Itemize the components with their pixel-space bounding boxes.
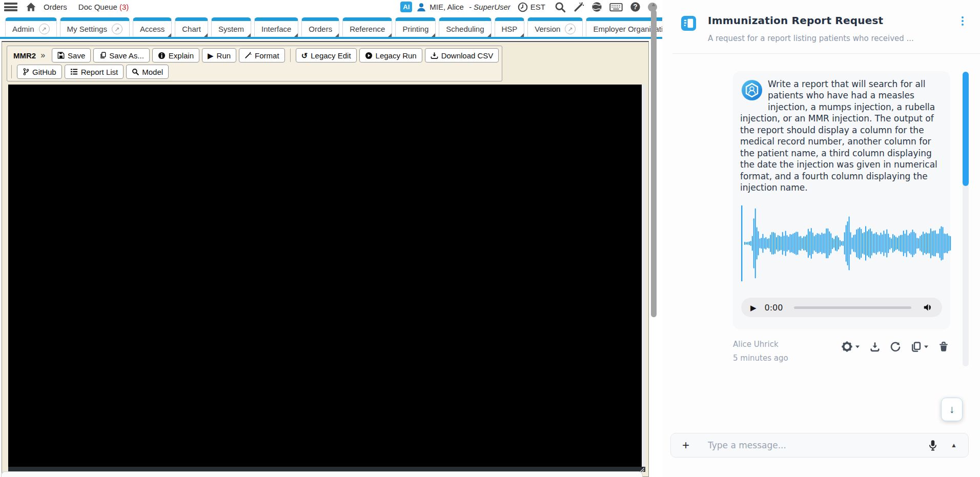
save-as-button[interactable]: Save As... <box>93 48 150 63</box>
tab-label: Scheduling <box>446 25 484 33</box>
legacy-run-button[interactable]: Legacy Run <box>359 48 422 63</box>
legacy-edit-button[interactable]: ↺ Legacy Edit <box>296 48 357 63</box>
message-input[interactable] <box>708 440 928 450</box>
clock-icon[interactable] <box>518 2 528 12</box>
tab-hsp[interactable]: HSP <box>495 17 525 37</box>
sql-editor-canvas[interactable] <box>8 85 645 472</box>
orders-link[interactable]: Orders <box>44 3 67 11</box>
report-name: MMR2 <box>10 51 38 60</box>
work-area: MMR2 » Save Save As... Explain <box>0 41 662 477</box>
tab-label: Admin <box>12 25 34 33</box>
help-icon[interactable]: ? <box>630 2 641 12</box>
resize-handle[interactable] <box>639 465 645 471</box>
download-audio-button[interactable] <box>868 340 882 354</box>
report-toolbar: MMR2 » Save Save As... Explain <box>7 46 502 81</box>
tab-label: Printing <box>402 25 428 33</box>
audio-waveform[interactable] <box>741 205 942 283</box>
download-icon <box>431 52 438 59</box>
tab-access[interactable]: Access <box>133 17 172 37</box>
horizontal-scrollbar[interactable] <box>1 471 643 477</box>
doc-queue-link[interactable]: Doc Queue (3) <box>78 3 129 11</box>
page-scrollbar[interactable]: ▲ <box>649 1 658 339</box>
hamburger-menu-icon[interactable] <box>4 3 17 11</box>
tab-label: Interface <box>261 25 291 33</box>
panel-header: Immunization Report Request A request fo… <box>662 0 980 43</box>
seek-slider[interactable] <box>794 306 911 309</box>
format-button[interactable]: Format <box>239 48 285 63</box>
ai-badge[interactable]: AI <box>400 2 412 12</box>
journal-panel-icon[interactable] <box>681 15 697 33</box>
user-role: - SuperUser <box>469 3 511 11</box>
tab-label: Access <box>140 25 165 33</box>
message-actions <box>840 338 950 354</box>
dropdown-corner-icon <box>520 33 524 37</box>
external-link-icon[interactable]: ↗ <box>565 24 576 34</box>
git-branch-icon <box>23 68 29 75</box>
copy-button[interactable] <box>909 340 930 354</box>
add-attachment-button[interactable]: + <box>682 439 689 451</box>
microphone-icon <box>928 440 937 451</box>
delete-button[interactable] <box>937 340 950 354</box>
chat-scrollbar-thumb[interactable] <box>963 72 969 186</box>
tab-chart[interactable]: Chart <box>175 17 208 37</box>
editor-scrollbar-track[interactable] <box>642 85 645 467</box>
refresh-icon <box>890 341 901 352</box>
explain-button[interactable]: Explain <box>152 48 199 63</box>
globe-icon[interactable] <box>591 2 602 12</box>
chat-avatar <box>741 79 763 103</box>
run-button[interactable]: ▶ Run <box>202 48 236 63</box>
tab-system[interactable]: System <box>211 17 251 37</box>
dropdown-corner-icon <box>204 33 208 37</box>
list-icon <box>70 68 78 75</box>
search-icon[interactable] <box>555 2 566 13</box>
report-expander[interactable]: » <box>40 51 45 60</box>
user-name[interactable]: MIE, Alice <box>430 3 464 11</box>
tab-label: Version <box>535 25 560 33</box>
message-composer: + ▲ <box>670 433 969 458</box>
tab-label: Orders <box>309 25 332 33</box>
play-button[interactable]: ▶ <box>750 304 757 312</box>
audio-time: 0:00 <box>765 303 783 313</box>
toolbar-separator <box>11 65 12 78</box>
report-list-button[interactable]: Report List <box>65 65 124 79</box>
download-csv-button[interactable]: Download CSV <box>425 48 499 63</box>
tab-version[interactable]: Version ↗ <box>527 17 583 37</box>
play-circle-icon <box>365 52 373 59</box>
search-icon <box>132 68 139 75</box>
wand-icon[interactable] <box>573 2 584 13</box>
tab-my-settings[interactable]: My Settings ↗ <box>60 17 130 37</box>
tab-reference[interactable]: Reference <box>342 17 392 37</box>
doc-queue-label: Doc Queue <box>78 3 117 11</box>
kebab-menu-icon[interactable] <box>958 14 967 28</box>
external-link-icon[interactable]: ↗ <box>112 24 122 34</box>
scrollbar-thumb[interactable] <box>651 10 657 317</box>
tab-interface[interactable]: Interface <box>254 17 298 37</box>
home-icon[interactable] <box>26 2 36 12</box>
tab-scheduling[interactable]: Scheduling <box>439 17 491 37</box>
volume-icon[interactable] <box>923 302 933 313</box>
chat-scrollbar[interactable] <box>963 72 969 366</box>
play-icon: ▶ <box>208 52 214 59</box>
settings-button[interactable] <box>840 340 861 354</box>
tab-label: My Settings <box>67 25 107 33</box>
svg-text:?: ? <box>633 3 637 11</box>
admin-tab-strip: Admin ↗ My Settings ↗ Access Chart Syste… <box>0 14 662 39</box>
tab-orders[interactable]: Orders <box>301 17 339 37</box>
regenerate-button[interactable] <box>889 340 902 354</box>
tab-label: HSP <box>502 25 518 33</box>
scroll-to-bottom-button[interactable]: ↓ <box>941 398 963 421</box>
github-button[interactable]: GitHub <box>17 65 62 79</box>
tab-admin[interactable]: Admin ↗ <box>5 17 57 37</box>
composer-expand-caret[interactable]: ▲ <box>951 442 957 449</box>
timezone-label: EST <box>530 3 545 11</box>
main-region: Orders Doc Queue (3) AI MIE, Alice - Sup… <box>0 0 662 477</box>
save-button[interactable]: Save <box>52 48 91 63</box>
external-link-icon[interactable]: ↗ <box>39 24 50 34</box>
message-bubble: Write a report that will search for all … <box>733 71 950 329</box>
mic-button[interactable] <box>928 440 937 451</box>
tab-printing[interactable]: Printing <box>395 17 436 37</box>
keyboard-icon[interactable] <box>609 3 623 12</box>
scrollbar-up-arrow[interactable]: ▲ <box>649 1 658 7</box>
message-footer: Alice Uhrick 5 minutes ago <box>733 338 950 365</box>
model-button[interactable]: Model <box>126 65 169 79</box>
